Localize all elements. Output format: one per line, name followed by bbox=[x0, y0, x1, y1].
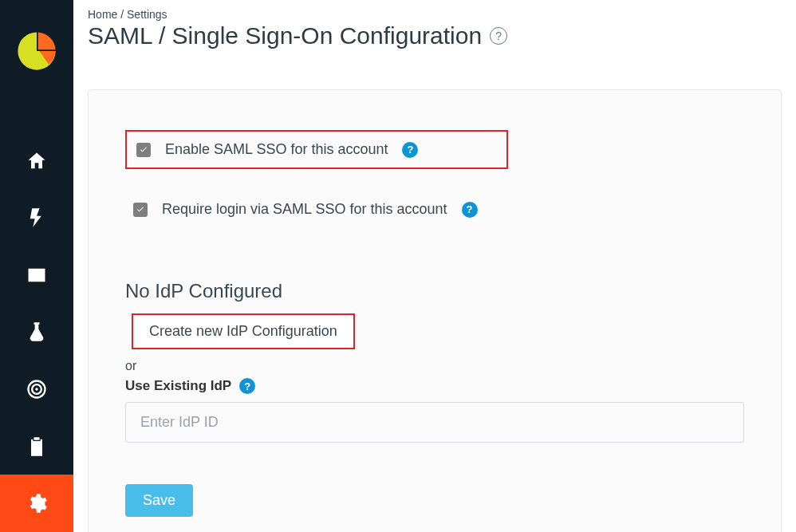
or-label: or bbox=[125, 359, 744, 373]
enable-saml-help-icon[interactable]: ? bbox=[402, 142, 418, 158]
nav-news[interactable] bbox=[0, 246, 73, 304]
page-title: SAML / Single Sign-On Configuration bbox=[88, 22, 482, 49]
require-saml-checkbox[interactable] bbox=[133, 203, 148, 217]
newspaper-icon bbox=[26, 264, 48, 286]
header: Home / Settings SAML / Single Sign-On Co… bbox=[73, 0, 796, 49]
clipboard-icon bbox=[26, 435, 48, 458]
use-existing-label: Use Existing IdP bbox=[125, 378, 231, 394]
bolt-icon bbox=[26, 207, 48, 229]
page-help-icon[interactable]: ? bbox=[490, 27, 507, 45]
nav-targets[interactable] bbox=[0, 361, 73, 418]
flask-icon bbox=[26, 321, 48, 343]
main-content: Home / Settings SAML / Single Sign-On Co… bbox=[73, 0, 796, 532]
check-icon bbox=[136, 205, 145, 215]
enable-saml-row: Enable SAML SSO for this account ? bbox=[125, 130, 508, 169]
nav-settings[interactable] bbox=[0, 475, 73, 532]
breadcrumb: Home / Settings bbox=[88, 8, 782, 21]
nav-home[interactable] bbox=[0, 132, 73, 190]
breadcrumb-home[interactable]: Home bbox=[88, 8, 117, 21]
sidebar bbox=[0, 0, 73, 532]
saml-config-panel: Enable SAML SSO for this account ? Requi… bbox=[88, 89, 782, 532]
save-button[interactable]: Save bbox=[125, 484, 193, 517]
nav-reports[interactable] bbox=[0, 418, 73, 475]
home-icon bbox=[26, 150, 48, 172]
target-icon bbox=[26, 378, 48, 400]
require-saml-help-icon[interactable]: ? bbox=[462, 202, 478, 218]
check-icon bbox=[139, 145, 148, 155]
svg-point-2 bbox=[35, 388, 38, 391]
enable-saml-checkbox[interactable] bbox=[136, 143, 151, 157]
gear-icon bbox=[26, 492, 48, 514]
nav-activity[interactable] bbox=[0, 189, 73, 246]
create-idp-button[interactable]: Create new IdP Configuration bbox=[132, 313, 355, 349]
breadcrumb-settings[interactable]: Settings bbox=[127, 8, 167, 21]
idp-section-title: No IdP Configured bbox=[125, 280, 744, 302]
require-saml-label: Require login via SAML SSO for this acco… bbox=[162, 201, 447, 218]
require-saml-row: Require login via SAML SSO for this acco… bbox=[125, 195, 508, 224]
breadcrumb-sep: / bbox=[117, 8, 127, 21]
use-existing-row: Use Existing IdP ? bbox=[125, 378, 744, 394]
app-logo bbox=[14, 29, 59, 73]
idp-id-input[interactable] bbox=[125, 402, 744, 443]
use-existing-help-icon[interactable]: ? bbox=[239, 378, 255, 394]
enable-saml-label: Enable SAML SSO for this account bbox=[165, 141, 388, 158]
nav-experiments[interactable] bbox=[0, 304, 73, 361]
pie-logo-icon bbox=[15, 30, 58, 73]
